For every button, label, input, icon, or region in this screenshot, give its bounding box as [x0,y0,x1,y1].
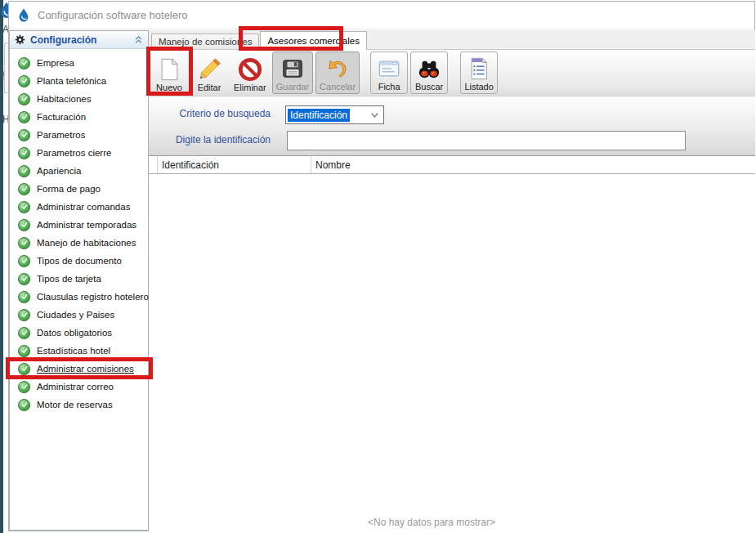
buscar-button[interactable]: Buscar [410,52,448,94]
pencil-icon [197,57,221,82]
editar-button[interactable]: Editar [190,52,228,94]
list-document-icon [467,56,491,81]
results-table-header: Identificación Nombre [149,156,755,174]
floppy-disk-icon [280,56,305,81]
sidebar-item-list: Empresa Planta telefónica Habitaciones F… [10,49,148,414]
sidebar-header-label: Configuración [30,34,129,46]
green-check-icon [18,399,30,411]
cancelar-button[interactable]: Cancelar [315,52,360,94]
sidebar-header[interactable]: Configuración [10,31,148,49]
tab-asesores-comerciales[interactable]: Asesores comerciales [260,31,366,50]
sidebar-item-facturacion[interactable]: Facturación [10,108,148,126]
sidebar-item-administrar-temporadas[interactable]: Administrar temporadas [10,216,148,234]
green-check-icon [18,381,30,393]
green-check-icon [18,273,30,285]
criteria-dropdown[interactable]: Identificación [285,105,384,124]
row-indicator-column [149,156,158,173]
green-check-icon [18,219,30,231]
window-title: Configuración software hotelero [38,9,188,21]
sidebar-item-manejo-de-habitaciones[interactable]: Manejo de habitaciones [10,234,148,252]
identification-input[interactable] [287,131,686,150]
results-table-body: <No hay datos para mostrar> [149,174,755,533]
sidebar-item-tipos-de-tarjeta[interactable]: Tipos de tarjeta [10,270,148,288]
green-check-icon [18,345,30,357]
green-check-icon [18,327,30,339]
tab-manejo-de-comisiones[interactable]: Manejo de comisiones [151,34,259,49]
green-check-icon [18,291,30,303]
sidebar-item-clausulas-registro-hotelero[interactable]: Clausulas registro hotelero [10,288,148,306]
sidebar-item-habitaciones[interactable]: Habitaciones [10,90,148,108]
sidebar-item-ciudades-y-paises[interactable]: Ciudades y Paises [10,306,148,324]
sidebar-item-administrar-comandas[interactable]: Administrar comandas [10,198,148,216]
green-check-icon [18,255,30,267]
toolbar: Nuevo Editar [149,50,755,96]
green-check-icon [18,309,30,321]
green-check-icon [18,183,30,195]
sidebar-item-planta-telefonica[interactable]: Planta telefónica [10,72,148,90]
green-check-icon [18,93,30,105]
chevron-down-icon [370,112,379,119]
sidebar-item-motor-de-reservas[interactable]: Motor de reservas [10,396,148,414]
green-check-icon [18,57,30,69]
column-header-identificacion[interactable]: Identificación [158,156,311,173]
criteria-selected-value: Identificación [288,109,350,122]
app-logo-icon [16,7,32,24]
empty-state-message: <No hay datos para mostrar> [149,517,714,528]
sidebar-item-datos-obligatorios[interactable]: Datos obligatorios [10,324,148,342]
listado-button[interactable]: Listado [460,52,498,94]
binoculars-icon [417,56,441,81]
prohibition-icon [238,57,262,82]
new-document-icon [157,57,181,82]
nuevo-button[interactable]: Nuevo [150,52,188,94]
search-panel: Criterio de busqueda Identificación Digi… [149,96,755,156]
form-window-icon [377,56,401,81]
sidebar-item-forma-de-pago[interactable]: Forma de pago [10,180,148,198]
guardar-button[interactable]: Guardar [272,52,313,94]
sidebar-item-apariencia[interactable]: Apariencia [10,162,148,180]
green-check-icon [18,75,30,87]
green-check-icon [18,201,30,213]
sidebar-item-administrar-comisiones[interactable]: Administrar comisiones [10,360,148,378]
undo-arrow-icon [325,56,350,81]
sidebar-item-tipos-de-documento[interactable]: Tipos de documento [10,252,148,270]
criteria-label: Criterio de busqueda [149,108,271,119]
identification-label: Digite la identificación [149,134,271,146]
green-check-icon [18,363,30,375]
sidebar-item-administrar-correo[interactable]: Administrar correo [10,378,148,396]
gear-icon [15,34,25,45]
green-check-icon [18,165,30,177]
eliminar-button[interactable]: Eliminar [230,52,270,94]
sidebar-item-parametros-cierre[interactable]: Parametros cierre [10,144,148,162]
green-check-icon [18,111,30,123]
green-check-icon [18,237,30,249]
window-title-bar: Configuración software hotelero [9,2,754,29]
tab-strip: Manejo de comisiones Asesores comerciale… [149,30,755,50]
main-content: Manejo de comisiones Asesores comerciale… [149,30,755,532]
sidebar-item-parametros[interactable]: Parametros [10,126,148,144]
green-check-icon [18,147,30,159]
configuration-window: Configuración software hotelero Configur… [8,1,755,531]
collapse-chevron-icon[interactable] [134,35,143,44]
green-check-icon [18,129,30,141]
column-header-nombre[interactable]: Nombre [311,156,755,173]
sidebar-item-estadisticas-hotel[interactable]: Estadísticas hotel [10,342,148,360]
ficha-button[interactable]: Ficha [370,52,408,94]
configuration-sidebar: Configuración Empresa Planta telefónica … [9,30,149,531]
sidebar-item-empresa[interactable]: Empresa [10,54,148,72]
